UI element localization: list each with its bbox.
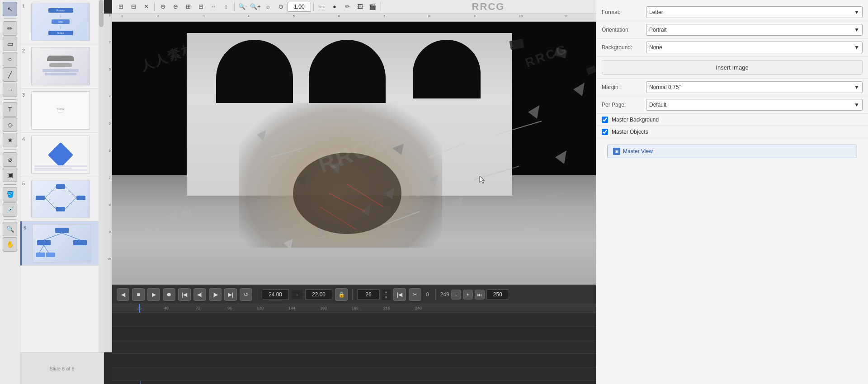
zoom-out-btn[interactable]: 🔍- [237,1,249,12]
skip-end[interactable]: ⏭ [475,290,485,300]
front-btn[interactable]: ⊕ [157,1,169,12]
group-btn[interactable]: ⊞ [182,1,194,12]
slide-panel-scrollbar[interactable] [99,0,104,352]
slide-item-2[interactable]: 2 [20,44,104,89]
media-btn[interactable]: 🎬 [367,1,378,12]
eyedropper-tool[interactable]: 💉 [3,202,17,217]
record-btn[interactable]: ⏺ [163,288,175,301]
slide-item-3[interactable]: 3 blank [20,89,104,133]
tl-sep-2 [352,289,353,300]
slide-thumb-4 [31,136,90,174]
master-background-checkbox[interactable] [602,117,608,123]
image-btn[interactable]: 🖼 [354,1,366,12]
per-page-select[interactable]: Default ▼ [646,99,863,111]
ruler-mark-2: 3 [109,68,111,71]
background-value: None [649,44,662,51]
ruler-240: 240 [415,306,422,310]
format-select[interactable]: Letter ▼ [646,6,863,18]
h-ruler-mark-3: 3 [203,14,204,18]
select-all-btn[interactable]: ⊞ [115,1,127,12]
zoom-in-btn[interactable]: 🔍+ [250,1,261,12]
time-arrows[interactable] [292,290,302,299]
hand-tool[interactable]: ✋ [3,237,17,252]
text-tool[interactable]: T [3,102,17,117]
group-tool[interactable]: ▣ [3,168,17,182]
timeline-panel: ◀ ■ ▶ ⏺ |◀ ◀| |▶ ▶| ↺ 24.00 22.00 🔒 26 [112,285,596,384]
pencil-tool[interactable]: ✏ [3,21,17,36]
shape-tool[interactable]: ◇ [3,117,17,132]
zoom-in-tool[interactable]: 🔍 [3,222,17,236]
format-arrow-icon: ▼ [854,9,859,15]
ruler-48: 48 [164,306,169,310]
prev-frame-step[interactable]: |◀ [393,288,406,301]
back-btn[interactable]: ⊖ [170,1,181,12]
prev-frame-btn[interactable]: ◀ [117,288,129,301]
star-tool[interactable]: ★ [3,133,17,147]
wall-arch-2 [309,40,386,103]
bucket-tool[interactable]: 🪣 [3,187,17,201]
orientation-select[interactable]: Portrait ▼ [646,24,863,36]
zoom-actual-btn[interactable]: ⊙ [275,1,287,12]
step-back-btn[interactable]: ◀| [193,288,206,301]
right-panel: Format: Letter ▼ Orientation: Portrait ▼… [596,0,868,384]
svg-rect-12 [73,240,87,245]
stop-btn[interactable]: ■ [132,288,145,301]
end-time-input[interactable]: 22.00 [305,289,332,300]
present-btn[interactable]: ● [329,1,340,12]
margin-row: Margin: Normal 0.75" ▼ [596,79,868,96]
slide-thumb-3: blank [31,91,90,130]
arrow-tool[interactable]: → [3,83,17,97]
play-btn[interactable]: ▶ [147,288,160,301]
slide-item-5[interactable]: 5 [20,177,104,221]
select-btn[interactable]: ⊟ [127,1,139,12]
scrollbar-thumb[interactable] [99,0,104,27]
slide-btn[interactable]: ▭ [316,1,328,12]
master-view-container: ▣ Master View [596,138,868,164]
track-4 [112,354,596,367]
delete-btn[interactable]: ✕ [140,1,152,12]
current-frame-input[interactable]: 26 [357,289,380,300]
loop-btn[interactable]: ↺ [240,288,252,301]
insert-image-btn[interactable]: Insert Image [602,60,863,75]
total-frames-input[interactable]: 250 [486,289,509,300]
zoom-fit-btn[interactable]: ⌕ [262,1,274,12]
total-display: 249 [440,291,449,298]
ungroup-btn[interactable]: ⊟ [195,1,207,12]
slide-thumb-6 [33,224,91,262]
lock-time-btn[interactable]: 🔒 [335,288,348,301]
prev-keyframe-btn[interactable]: |◀ [178,288,191,301]
ruler-26: 26 [137,306,142,310]
ellipse-tool[interactable]: ○ [3,52,17,66]
per-page-label: Per Page: [602,102,642,108]
pencil-mode-btn[interactable]: ✏ [341,1,353,12]
flip-h-btn[interactable]: ↔ [208,1,219,12]
start-time-input[interactable]: 24.00 [262,289,289,300]
flip-v-btn[interactable]: ↕ [220,1,232,12]
zoom-tl-out[interactable]: - [451,290,461,300]
frame-down[interactable] [382,295,391,300]
slide-item-1[interactable]: 1 Process ↓ Step ↓ Output [20,0,104,44]
margin-select[interactable]: Normal 0.75" ▼ [646,81,863,93]
slide-item-6[interactable]: 6 [20,221,104,266]
slide-thumb-1: Process ↓ Step ↓ Output [31,3,90,41]
zoom-tl-in[interactable]: + [463,290,473,300]
cut-btn[interactable]: ✂ [409,288,421,301]
frame-up[interactable] [382,290,391,295]
master-objects-label[interactable]: Master Objects [612,129,648,135]
master-view-btn[interactable]: ▣ Master View [607,145,857,158]
zoom-value-input[interactable]: 1.00 [288,2,311,12]
next-keyframe-btn[interactable]: ▶| [224,288,237,301]
slide-item-4[interactable]: 4 [20,133,104,177]
rectangle-tool[interactable]: ▭ [3,37,17,51]
master-background-label[interactable]: Master Background [612,117,659,123]
connector-tool[interactable]: ⌀ [3,152,17,167]
master-objects-checkbox[interactable] [602,129,608,135]
pointer-tool[interactable]: ↖ [3,2,17,16]
background-select[interactable]: None ▼ [646,42,863,53]
ruler-mark-8: 9 [109,230,111,234]
step-fwd-btn[interactable]: |▶ [209,288,222,301]
line-tool[interactable]: ╱ [3,67,17,82]
ruler-mark-4: 5 [109,122,111,125]
svg-line-5 [45,198,56,209]
background-row: Background: None ▼ [596,39,868,56]
